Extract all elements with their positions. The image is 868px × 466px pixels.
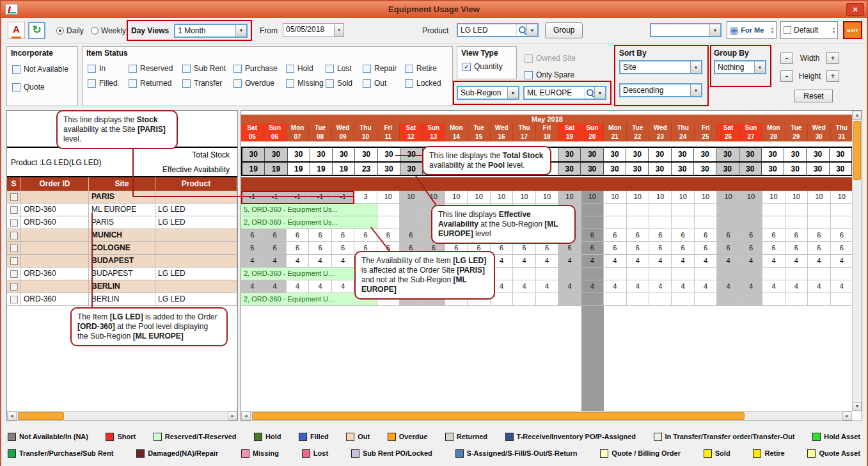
availability-cell[interactable]: 6	[649, 229, 672, 241]
availability-cell[interactable]: 6	[468, 242, 490, 254]
empty-cell[interactable]	[536, 268, 558, 280]
group-button[interactable]: Group	[545, 22, 583, 38]
day-number-cell[interactable]: 09	[332, 133, 354, 141]
font-button[interactable]: A	[8, 22, 25, 39]
row-checkbox[interactable]	[10, 283, 18, 291]
availability-cell[interactable]: 4	[309, 255, 331, 267]
availability-cell[interactable]: 4	[445, 280, 468, 293]
availability-cell[interactable]: 6	[445, 242, 468, 254]
empty-cell[interactable]	[831, 293, 853, 305]
day-name-cell[interactable]: Tue	[785, 124, 808, 133]
day-name-cell[interactable]: Wed	[332, 124, 354, 133]
grid-row-cologne[interactable]: COLOGNE	[7, 242, 237, 255]
availability-cell[interactable]: 6	[717, 242, 739, 254]
grid-row-berlin-order[interactable]: ORD-360BERLINLG LED	[7, 293, 237, 306]
availability-cell[interactable]: 4	[377, 255, 400, 267]
availability-cell[interactable]: 10	[785, 191, 808, 203]
row-select-cell[interactable]	[7, 216, 21, 229]
empty-cell[interactable]	[649, 268, 672, 280]
availability-cell[interactable]: 4	[740, 280, 762, 293]
for-me-button[interactable]: ▦ For Me ▴▾	[727, 21, 777, 39]
availability-cell[interactable]: 6	[354, 229, 377, 241]
availability-cell[interactable]: 6	[604, 229, 626, 241]
availability-cell[interactable]: 10	[604, 191, 626, 203]
availability-cell[interactable]: -1	[241, 191, 264, 203]
day-number-cell[interactable]: 28	[762, 133, 785, 141]
availability-cell[interactable]: 4	[785, 280, 808, 293]
day-number-cell[interactable]: 10	[354, 133, 377, 141]
day-name-cell[interactable]: Sun	[740, 124, 762, 133]
empty-cell[interactable]	[536, 293, 558, 305]
checkbox-retire[interactable]: Retire	[405, 64, 442, 73]
day-number-cell[interactable]: 08	[309, 133, 331, 141]
availability-cell[interactable]: -1	[287, 191, 309, 203]
empty-cell[interactable]	[649, 293, 672, 305]
row-select-cell[interactable]	[7, 280, 21, 293]
empty-cell[interactable]	[672, 204, 694, 216]
availability-cell[interactable]: 4	[627, 255, 649, 267]
row-checkbox[interactable]	[10, 257, 18, 265]
empty-cell[interactable]	[762, 268, 785, 280]
empty-cell[interactable]	[445, 293, 468, 305]
availability-cell[interactable]: 6	[649, 242, 672, 254]
day-number-cell[interactable]: 17	[513, 133, 535, 141]
availability-cell[interactable]: 10	[762, 191, 785, 203]
availability-cell[interactable]: 6	[604, 242, 626, 254]
empty-cell[interactable]	[649, 204, 672, 216]
availability-cell[interactable]: 6	[672, 242, 694, 254]
availability-cell[interactable]: 3	[354, 191, 377, 203]
empty-cell[interactable]	[785, 216, 808, 229]
day-number-cell[interactable]: 05	[241, 133, 264, 141]
empty-cell[interactable]	[536, 204, 558, 216]
empty-cell[interactable]	[558, 204, 581, 216]
availability-cell[interactable]: 6	[785, 242, 808, 254]
availability-cell[interactable]: 4	[445, 255, 468, 267]
grid-row-paris-order[interactable]: ORD-360PARISLG LED	[7, 216, 237, 229]
day-number-cell[interactable]: 22	[627, 133, 649, 141]
column-header-site[interactable]: Site	[89, 177, 155, 191]
availability-cell[interactable]: 10	[491, 191, 513, 203]
grid-row-ml-europe-order[interactable]: ORD-360ML EUROPELG LED	[7, 204, 237, 216]
day-number-cell[interactable]: 26	[717, 133, 739, 141]
availability-cell[interactable]: 6	[377, 242, 400, 254]
empty-cell[interactable]	[581, 268, 604, 280]
search-icon[interactable]	[584, 87, 594, 99]
availability-cell[interactable]: 10	[377, 191, 400, 203]
empty-cell[interactable]	[785, 204, 808, 216]
day-number-cell[interactable]: 30	[808, 133, 830, 141]
day-number-cell[interactable]: 07	[287, 133, 309, 141]
day-number-cell[interactable]: 18	[536, 133, 558, 141]
checkbox-transfer[interactable]: Transfer	[182, 79, 233, 88]
left-horizontal-scrollbar[interactable]: ◄ ►	[7, 411, 237, 421]
availability-cell[interactable]: 6	[808, 229, 830, 241]
height-increase-button[interactable]: +	[826, 70, 839, 82]
row-checkbox[interactable]	[10, 193, 18, 201]
day-number-cell[interactable]: 23	[649, 133, 672, 141]
scrollbar-thumb[interactable]	[18, 412, 64, 420]
availability-cell[interactable]: 6	[445, 229, 468, 241]
availability-cell[interactable]: 6	[309, 229, 331, 241]
scroll-left-icon[interactable]: ◄	[241, 412, 251, 421]
availability-cell[interactable]: 6	[627, 229, 649, 241]
availability-cell[interactable]: 6	[423, 242, 445, 254]
reservation-span[interactable]: 2, ORD-360 - Equipment U...	[241, 293, 377, 305]
empty-cell[interactable]	[627, 204, 649, 216]
availability-cell[interactable]: 10	[808, 191, 830, 203]
availability-cell[interactable]: 6	[264, 229, 286, 241]
availability-cell[interactable]: 4	[309, 280, 331, 293]
empty-cell[interactable]	[581, 216, 604, 229]
scrollbar-thumb[interactable]	[252, 412, 745, 420]
empty-cell[interactable]	[695, 268, 717, 280]
day-name-cell[interactable]: Fri	[536, 124, 558, 133]
empty-cell[interactable]	[785, 293, 808, 305]
empty-cell[interactable]	[445, 204, 468, 216]
checkbox-sub-rent[interactable]: Sub Rent	[182, 64, 233, 73]
empty-cell[interactable]	[604, 216, 626, 229]
availability-cell[interactable]: 4	[672, 280, 694, 293]
availability-cell[interactable]: 6	[558, 242, 581, 254]
availability-cell[interactable]: 4	[491, 255, 513, 267]
availability-cell[interactable]: 4	[536, 280, 558, 293]
availability-cell[interactable]: 6	[740, 242, 762, 254]
day-name-cell[interactable]: Thu	[672, 124, 694, 133]
day-name-cell[interactable]: Sat	[241, 124, 264, 133]
